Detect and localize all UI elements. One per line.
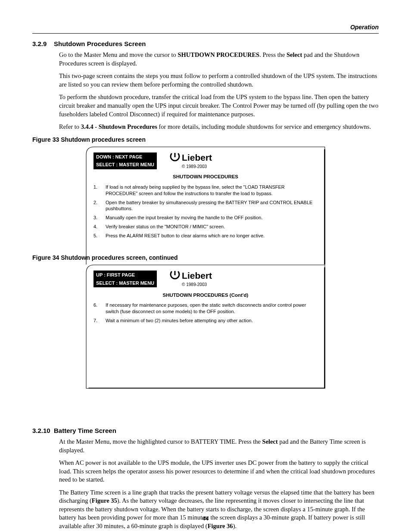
liebert-logo-icon	[170, 153, 180, 162]
figure-33-caption: Figure 33 Shutdown procedures screen	[32, 136, 379, 144]
step: 7.Wait a minimum of two (2) minutes befo…	[93, 317, 318, 324]
heading-shutdown-procedures: 3.2.9Shutdown Procedures Screen	[32, 40, 379, 48]
screen-fig-33: DOWN : NEXT PAGE SELECT : MASTER MENU Li…	[86, 146, 325, 249]
rule-top	[32, 33, 379, 34]
para-3: To perform the shutdown procedure, trans…	[59, 93, 379, 118]
heading-battery-time: 3.2.10Battery Time Screen	[32, 426, 379, 435]
copyright: © 1989-2003	[182, 282, 207, 288]
para-2: This two-page screen contains the steps …	[59, 72, 379, 89]
screen-title: SHUTDOWN PROCEDURES	[93, 174, 318, 180]
para-1: Go to the Master Menu and move the curso…	[59, 51, 379, 68]
para-b2: When AC power is not available to the UP…	[59, 459, 379, 484]
heading-number: 3.2.9	[32, 40, 54, 48]
nav-line-up: UP : FIRST PAGE	[94, 271, 156, 279]
step: 3.Manually open the input breaker by mov…	[93, 215, 318, 221]
page-number: 44	[0, 515, 411, 523]
screen-title: SHUTDOWN PROCEDURES (Cont'd)	[93, 292, 318, 299]
steps-list: 1.If load is not already being supplied …	[93, 184, 318, 239]
brand-name: Liebert	[182, 152, 212, 164]
step: 1.If load is not already being supplied …	[93, 184, 318, 197]
figure-34-caption: Figure 34 Shutdown procedures screen, co…	[32, 254, 379, 262]
svg-rect-1	[174, 271, 176, 275]
running-header: Operation	[32, 23, 379, 31]
para-b1: At the Master Menu, move the highlighted…	[59, 438, 379, 454]
copyright: © 1989-2003	[182, 164, 207, 170]
step: 5.Press the ALARM RESET button to clear …	[93, 233, 318, 239]
step: 4.Verify breaker status on the "MONITOR …	[93, 224, 318, 230]
screen-fig-34: UP : FIRST PAGE SELECT : MASTER MENU Lie…	[86, 264, 325, 421]
heading-text: Battery Time Screen	[54, 427, 116, 434]
para-4: Refer to 3.4.4 - Shutdown Procedures for…	[59, 123, 379, 131]
step: 2.Open the battery breaker by simultaneo…	[93, 199, 318, 212]
brand-block: Liebert © 1989-2003	[170, 152, 212, 170]
steps-list: 6.If necessary for maintenance purposes,…	[93, 302, 318, 324]
nav-line-select: SELECT : MASTER MENU	[94, 161, 156, 169]
brand-name: Liebert	[182, 270, 212, 282]
para-b3: The Battery Time screen is a line graph …	[59, 488, 379, 531]
nav-line-down: DOWN : NEXT PAGE	[94, 153, 156, 161]
nav-box: UP : FIRST PAGE SELECT : MASTER MENU	[93, 271, 157, 288]
step: 6.If necessary for maintenance purposes,…	[93, 302, 318, 315]
heading-text: Shutdown Procedures Screen	[54, 40, 146, 47]
nav-box: DOWN : NEXT PAGE SELECT : MASTER MENU	[93, 152, 157, 170]
svg-rect-0	[174, 153, 176, 157]
liebert-logo-icon	[170, 271, 180, 280]
heading-number: 3.2.10	[32, 426, 54, 435]
brand-block: Liebert © 1989-2003	[170, 270, 212, 288]
nav-line-select: SELECT : MASTER MENU	[94, 279, 156, 287]
